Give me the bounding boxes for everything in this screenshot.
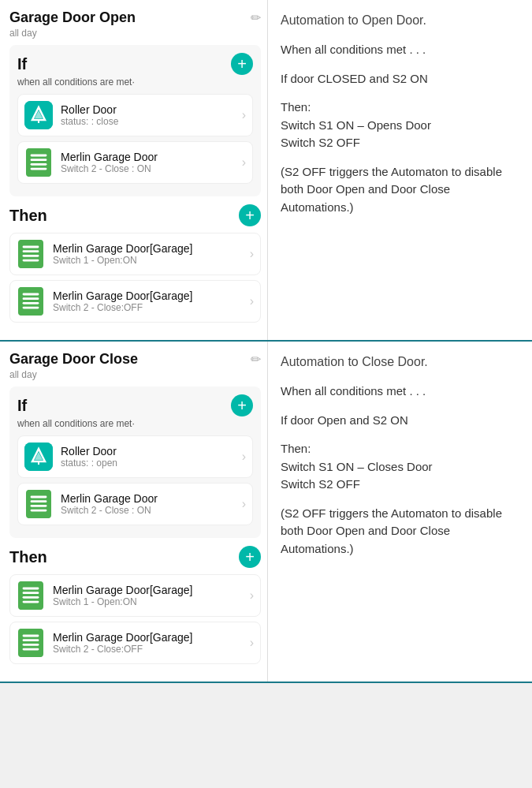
if-header: If+ [17, 394, 253, 416]
then-plus-button[interactable]: + [239, 204, 261, 226]
svg-rect-11 [23, 250, 39, 252]
garage-door-icon [24, 490, 53, 518]
section-subtitle: all day [9, 28, 261, 39]
if-device-0[interactable]: Roller Doorstatus: : close› [17, 94, 253, 136]
device-status: Switch 1 - Open:ON [53, 596, 250, 607]
svg-rect-14 [19, 287, 43, 316]
then-header: Then+ [9, 546, 261, 568]
svg-rect-36 [23, 644, 39, 646]
svg-rect-13 [23, 260, 39, 262]
if-block: If+when all conditions are met· Roller D… [9, 387, 261, 538]
svg-rect-28 [19, 581, 43, 610]
then-header: Then+ [9, 204, 261, 226]
device-status: Switch 2 - Close:OFF [53, 302, 250, 313]
chevron-right-icon: › [250, 588, 254, 603]
roller-door-icon [24, 101, 53, 129]
then-device-1[interactable]: Merlin Garage Door[Garage]Switch 2 - Clo… [9, 280, 261, 323]
svg-rect-33 [19, 629, 43, 657]
svg-rect-9 [19, 240, 43, 268]
if-block: If+when all conditions are met· Roller D… [9, 45, 261, 196]
device-status: status: : open [61, 457, 242, 469]
svg-rect-12 [23, 255, 39, 257]
device-name: Merlin Garage Door[Garage] [53, 242, 250, 255]
if-device-1[interactable]: Merlin Garage DoorSwitch 2 - Close : ON› [17, 141, 253, 184]
svg-rect-37 [23, 648, 39, 651]
right-block1: When all conditions met . . . [281, 41, 519, 59]
edit-icon[interactable]: ✏ [251, 352, 261, 367]
then-device-0[interactable]: Merlin Garage Door[Garage]Switch 1 - Ope… [9, 233, 261, 275]
chevron-right-icon: › [242, 497, 246, 511]
svg-rect-27 [31, 510, 47, 512]
garage-door-icon [24, 148, 53, 177]
if-plus-button[interactable]: + [231, 53, 253, 75]
page-container: Garage Door Open✏all dayIf+when all cond… [0, 0, 532, 683]
chevron-right-icon: › [250, 247, 254, 261]
right-block3: Then: Switch S1 ON – Opens Door Switch S… [281, 99, 519, 152]
device-name: Merlin Garage Door[Garage] [53, 631, 250, 644]
garage-door-icon [17, 629, 45, 657]
device-status: Switch 2 - Close : ON [61, 163, 242, 174]
right-title: Automation to Open Door. [281, 11, 519, 30]
device-status: Switch 2 - Close:OFF [53, 644, 250, 655]
chevron-right-icon: › [250, 636, 254, 650]
then-label: Then [9, 548, 47, 566]
chevron-right-icon: › [242, 155, 246, 170]
svg-rect-5 [31, 155, 47, 157]
garage-door-icon [17, 287, 45, 316]
right-block2: If door CLOSED and S2 ON [281, 70, 519, 88]
garage-door-icon [17, 581, 45, 610]
if-label: If [17, 397, 27, 415]
section-title: Garage Door Close [9, 351, 138, 368]
right-panel-open: Automation to Open Door.When all conditi… [268, 0, 532, 340]
svg-rect-32 [23, 601, 39, 603]
device-name: Merlin Garage Door[Garage] [53, 584, 250, 596]
svg-rect-4 [27, 148, 50, 177]
section-title: Garage Door Open [9, 9, 136, 26]
then-device-0[interactable]: Merlin Garage Door[Garage]Switch 1 - Ope… [9, 574, 261, 617]
condition-text: when all conditions are met· [17, 77, 253, 88]
if-device-1[interactable]: Merlin Garage DoorSwitch 2 - Close : ON› [17, 483, 253, 525]
section-title-row: Garage Door Open✏ [9, 9, 261, 26]
roller-door-icon [24, 443, 53, 471]
then-device-1[interactable]: Merlin Garage Door[Garage]Switch 2 - Clo… [9, 622, 261, 664]
right-panel-close: Automation to Close Door.When all condit… [268, 342, 532, 682]
right-block4: (S2 OFF triggers the Automaton to disabl… [281, 163, 519, 217]
chevron-right-icon: › [242, 108, 246, 122]
device-name: Merlin Garage Door [61, 492, 242, 505]
svg-rect-10 [23, 246, 39, 248]
device-status: Switch 2 - Close : ON [61, 505, 242, 516]
left-panel-close: Garage Door Close✏all dayIf+when all con… [0, 342, 268, 682]
section-open: Garage Door Open✏all dayIf+when all cond… [0, 0, 532, 342]
then-block: Then+ Merlin Garage Door[Garage]Switch 1… [9, 546, 261, 664]
section-close: Garage Door Close✏all dayIf+when all con… [0, 342, 532, 683]
svg-rect-35 [23, 639, 39, 641]
device-name: Roller Door [61, 103, 242, 116]
right-block2: If door Open and S2 ON [281, 412, 519, 430]
svg-rect-31 [23, 596, 39, 599]
edit-icon[interactable]: ✏ [251, 10, 261, 25]
device-name: Merlin Garage Door [61, 151, 242, 163]
if-device-0[interactable]: Roller Doorstatus: : open› [17, 435, 253, 478]
svg-rect-18 [23, 307, 39, 309]
if-header: If+ [17, 53, 253, 75]
svg-rect-15 [23, 293, 39, 296]
svg-rect-30 [23, 592, 39, 594]
right-title: Automation to Close Door. [281, 353, 519, 372]
svg-rect-23 [27, 490, 50, 518]
condition-text: when all conditions are met· [17, 418, 253, 429]
svg-rect-26 [31, 505, 47, 507]
svg-rect-25 [31, 500, 47, 502]
svg-rect-6 [31, 159, 47, 161]
device-name: Roller Door [61, 445, 242, 457]
svg-rect-24 [31, 496, 47, 499]
svg-rect-8 [31, 168, 47, 170]
then-plus-button[interactable]: + [239, 546, 261, 568]
then-label: Then [9, 207, 47, 225]
if-plus-button[interactable]: + [231, 394, 253, 416]
device-status: status: : close [61, 116, 242, 127]
right-block1: When all conditions met . . . [281, 383, 519, 401]
then-block: Then+ Merlin Garage Door[Garage]Switch 1… [9, 204, 261, 323]
svg-rect-17 [23, 302, 39, 304]
svg-rect-16 [23, 297, 39, 300]
chevron-right-icon: › [242, 450, 246, 464]
